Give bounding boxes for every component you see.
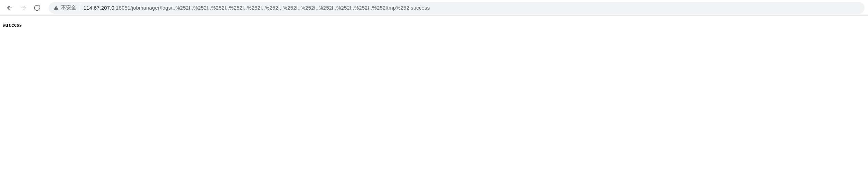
address-bar[interactable]: 不安全 114.67.207.0:18081/jobmanager/logs/.… (49, 2, 865, 14)
arrow-left-icon (6, 4, 13, 11)
arrow-right-icon (20, 4, 27, 11)
divider (80, 5, 80, 11)
security-indicator[interactable]: 不安全 (53, 4, 76, 11)
forward-button[interactable] (17, 2, 29, 14)
browser-toolbar: 不安全 114.67.207.0:18081/jobmanager/logs/.… (0, 0, 868, 16)
reload-button[interactable] (31, 2, 43, 14)
url-path: :18081/jobmanager/logs/..%252f..%252f..%… (114, 5, 430, 11)
warning-icon (53, 5, 59, 11)
svg-rect-3 (56, 9, 56, 9)
url-text: 114.67.207.0:18081/jobmanager/logs/..%25… (84, 5, 430, 11)
security-label: 不安全 (61, 4, 76, 11)
page-body-text: success (3, 22, 22, 28)
reload-icon (34, 4, 40, 11)
back-button[interactable] (3, 2, 16, 14)
svg-rect-2 (56, 7, 56, 8)
page-content: success (0, 16, 868, 34)
url-host: 114.67.207.0 (84, 5, 114, 11)
